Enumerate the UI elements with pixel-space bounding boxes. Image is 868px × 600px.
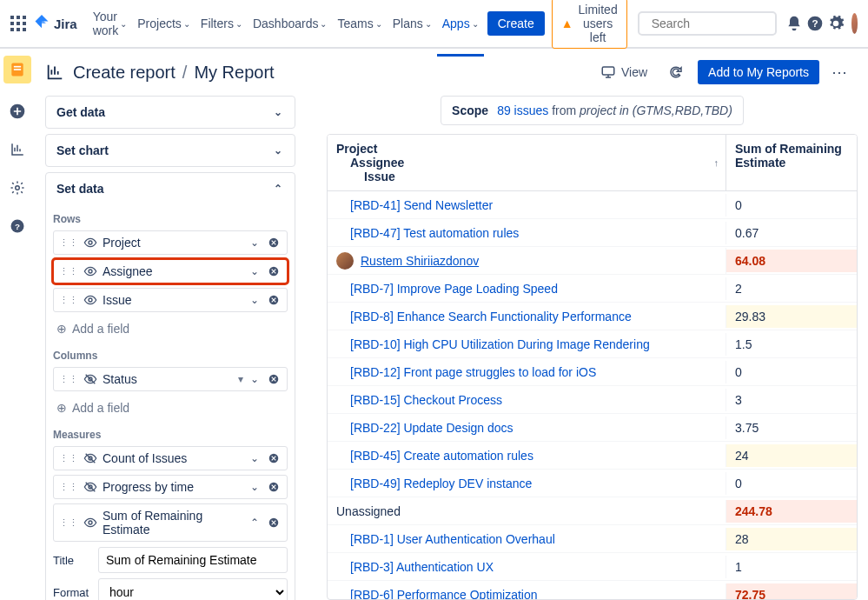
- remove-icon[interactable]: [266, 517, 282, 529]
- assignee-avatar: [336, 252, 354, 270]
- monitor-icon: [600, 64, 616, 80]
- svg-text:?: ?: [15, 222, 20, 231]
- search-box[interactable]: [638, 11, 777, 36]
- create-button[interactable]: Create: [487, 11, 545, 36]
- issue-link[interactable]: [RBD-41] Send Newsletter: [350, 198, 493, 212]
- chevron-down-icon[interactable]: ⌄: [248, 294, 261, 306]
- eye-icon[interactable]: [83, 293, 97, 307]
- drag-handle-icon[interactable]: ⋮⋮: [59, 237, 78, 249]
- rail-gear-icon[interactable]: [7, 177, 28, 198]
- format-select[interactable]: hour: [98, 578, 288, 600]
- settings-icon[interactable]: [827, 13, 845, 34]
- add-column-field[interactable]: ⊕ Add a field: [53, 396, 288, 420]
- svg-rect-1: [17, 16, 20, 19]
- rail-add-icon[interactable]: [7, 101, 28, 122]
- nav-dashboards[interactable]: Dashboards⌄: [248, 6, 333, 41]
- remove-icon[interactable]: [266, 265, 282, 277]
- add-row-field[interactable]: ⊕ Add a field: [53, 317, 288, 341]
- chevron-down-icon[interactable]: ⌄: [248, 373, 261, 385]
- issue-link[interactable]: [RBD-15] Checkout Process: [350, 393, 502, 407]
- issue-link[interactable]: [RBD-1] User Authentication Overhaul: [350, 532, 555, 546]
- title-input[interactable]: [98, 547, 288, 573]
- field-sum-of-remaining-estimate[interactable]: ⋮⋮Sum of Remaining Estimate⌃: [53, 503, 288, 542]
- report-icon: [45, 63, 64, 82]
- eye-off-icon[interactable]: [83, 451, 97, 465]
- column-header-group[interactable]: Project Assignee Issue ↑: [328, 135, 726, 190]
- help-icon[interactable]: ?: [806, 13, 824, 34]
- issue-link[interactable]: [RBD-7] Improve Page Loading Speed: [350, 282, 558, 296]
- field-status[interactable]: ⋮⋮Status▾⌄: [53, 367, 288, 391]
- issue-link[interactable]: [RBD-22] Update Design docs: [350, 421, 514, 435]
- remove-icon[interactable]: [266, 452, 282, 464]
- issue-link[interactable]: [RBD-47] Test automation rules: [350, 226, 519, 240]
- field-count-of-issues[interactable]: ⋮⋮Count of Issues⌄: [53, 446, 288, 470]
- sort-icon[interactable]: ↑: [714, 157, 719, 168]
- drag-handle-icon[interactable]: ⋮⋮: [59, 266, 78, 277]
- metric-value: 2: [735, 282, 742, 296]
- field-issue[interactable]: ⋮⋮Issue⌄: [53, 288, 288, 312]
- nav-your-work[interactable]: Your work⌄: [88, 6, 133, 41]
- issue-link[interactable]: [RBD-6] Performance Optimization: [350, 588, 538, 600]
- eye-icon[interactable]: [83, 264, 97, 278]
- get-data-section[interactable]: Get data ⌄: [46, 97, 295, 128]
- refresh-button[interactable]: [663, 59, 689, 85]
- field-label: Progress by time: [103, 480, 243, 494]
- rail-chart-icon[interactable]: [7, 139, 28, 160]
- eye-off-icon[interactable]: [83, 480, 97, 494]
- chevron-up-icon[interactable]: ⌃: [248, 517, 261, 529]
- eye-off-icon[interactable]: [83, 372, 97, 386]
- remove-icon[interactable]: [266, 294, 282, 306]
- field-progress-by-time[interactable]: ⋮⋮Progress by time⌄: [53, 475, 288, 499]
- nav-plans[interactable]: Plans⌄: [388, 6, 437, 41]
- issue-link[interactable]: [RBD-45] Create automation rules: [350, 449, 533, 463]
- remove-icon[interactable]: [266, 481, 282, 493]
- drag-handle-icon[interactable]: ⋮⋮: [59, 482, 78, 493]
- issue-link[interactable]: [RBD-3] Authentication UX: [350, 560, 494, 574]
- app-tile[interactable]: [3, 56, 31, 83]
- drag-handle-icon[interactable]: ⋮⋮: [59, 295, 78, 306]
- drag-handle-icon[interactable]: ⋮⋮: [59, 517, 78, 529]
- issue-link[interactable]: [RBD-8] Enhance Search Functionality Per…: [350, 310, 632, 323]
- column-header-metric[interactable]: Sum of Remaining Estimate: [726, 135, 857, 190]
- search-input[interactable]: [652, 17, 804, 30]
- metric-value: 3: [735, 393, 742, 407]
- scope-issues-link[interactable]: 89 issues: [497, 103, 548, 117]
- eye-icon[interactable]: [83, 236, 97, 250]
- jira-logo[interactable]: Jira: [33, 15, 77, 32]
- nav-teams[interactable]: Teams⌄: [332, 6, 387, 41]
- view-button[interactable]: View: [593, 59, 654, 85]
- chevron-down-icon[interactable]: ⌄: [248, 237, 261, 249]
- issue-link[interactable]: [RBD-49] Redeploy DEV instance: [350, 477, 532, 490]
- set-data-section[interactable]: Set data ⌃: [46, 173, 295, 204]
- set-chart-section[interactable]: Set chart ⌄: [46, 135, 295, 166]
- eye-icon[interactable]: [83, 516, 97, 530]
- svg-rect-20: [602, 67, 614, 75]
- field-project[interactable]: ⋮⋮Project⌄: [53, 230, 288, 255]
- assignee-link[interactable]: Rustem Shiriiazdonov: [361, 254, 479, 268]
- add-to-reports-button[interactable]: Add to My Reports: [698, 60, 819, 84]
- remove-icon[interactable]: [266, 237, 282, 249]
- issue-link[interactable]: [RBD-10] High CPU Utilization During Ima…: [350, 337, 650, 351]
- limited-users-button[interactable]: ▲ Limited users left: [552, 0, 627, 49]
- chevron-down-icon[interactable]: ⌄: [248, 452, 261, 464]
- user-avatar[interactable]: [851, 13, 858, 34]
- breadcrumb-root[interactable]: Create report: [73, 63, 176, 83]
- issue-link[interactable]: [RBD-12] Front page struggles to load fo…: [350, 365, 596, 379]
- drag-handle-icon[interactable]: ⋮⋮: [59, 453, 78, 464]
- app-switcher-icon[interactable]: [10, 13, 26, 34]
- more-menu-button[interactable]: ⋯: [828, 59, 851, 85]
- nav-apps[interactable]: Apps⌄: [437, 6, 484, 41]
- nav-filters[interactable]: Filters⌄: [195, 6, 248, 41]
- chevron-down-icon[interactable]: ⌄: [248, 265, 261, 277]
- svg-point-25: [89, 298, 92, 302]
- field-assignee[interactable]: ⋮⋮Assignee⌄: [53, 259, 288, 283]
- field-label: Status: [103, 372, 231, 386]
- metric-value: 64.08: [735, 254, 765, 268]
- nav-projects[interactable]: Projects⌄: [132, 6, 195, 41]
- drag-handle-icon[interactable]: ⋮⋮: [59, 374, 78, 385]
- remove-icon[interactable]: [266, 373, 282, 385]
- table-row: Unassigned244.78: [328, 497, 857, 525]
- chevron-down-icon[interactable]: ⌄: [248, 481, 261, 493]
- notifications-icon[interactable]: [785, 13, 803, 34]
- rail-help-icon[interactable]: ?: [7, 216, 28, 237]
